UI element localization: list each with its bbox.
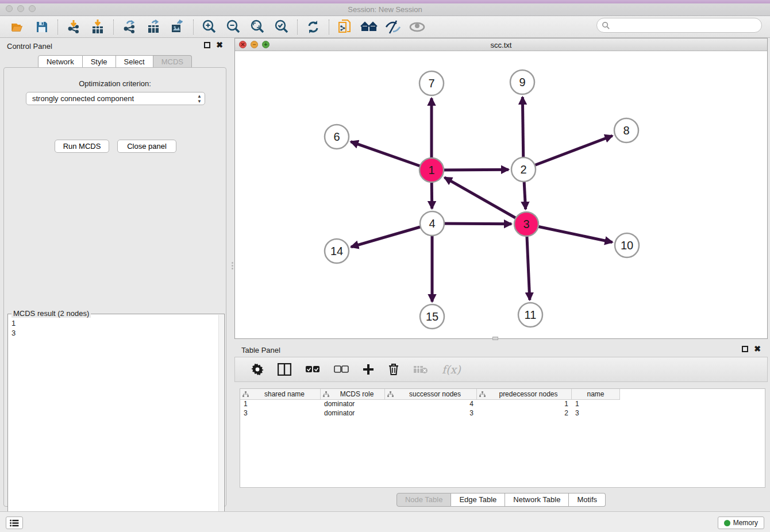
node-15[interactable]: 15 [420, 304, 444, 329]
optimization-criterion-label: Optimization criterion: [4, 79, 226, 88]
table-panel-title: Table Panel [241, 346, 280, 354]
table-row[interactable]: 1dominator411 [240, 400, 765, 409]
table-cell: 3 [240, 409, 321, 418]
import-network-file-icon[interactable] [65, 18, 82, 36]
table-cell: dominator [321, 409, 385, 418]
zoom-out-icon[interactable] [225, 18, 242, 36]
refresh-icon[interactable] [305, 18, 322, 36]
edge-3-10[interactable] [526, 224, 613, 242]
split-view-icon[interactable] [278, 363, 291, 376]
mcds-result-title: MCDS result (2 nodes) [11, 309, 91, 318]
table-cell: 1 [240, 400, 321, 409]
search-input[interactable] [610, 21, 761, 30]
memory-button[interactable]: Memory [718, 516, 764, 529]
node-1[interactable]: 1 [419, 158, 444, 182]
import-table-file-icon[interactable] [89, 18, 106, 36]
node-3[interactable]: 3 [514, 212, 538, 236]
window-title: Session: New Session [0, 5, 770, 14]
column-header-shared-name[interactable]: shared name [240, 389, 321, 400]
table-cell: 4 [385, 400, 477, 409]
node-table-header: shared nameMCDS rolesuccessor nodesprede… [240, 389, 765, 400]
node-14[interactable]: 14 [325, 239, 349, 263]
result-line: 1 [11, 318, 221, 328]
tab-edge-table[interactable]: Edge Table [451, 493, 505, 507]
add-row-icon[interactable] [363, 364, 374, 375]
delete-rows-icon[interactable] [388, 363, 399, 376]
svg-text:15: 15 [426, 310, 438, 323]
column-header-predecessor-nodes[interactable]: predecessor nodes [477, 389, 572, 400]
save-session-icon[interactable] [33, 18, 51, 36]
show-eye-icon [409, 18, 426, 36]
vertical-splitter[interactable] [230, 260, 234, 271]
node-7[interactable]: 7 [419, 71, 444, 95]
home-icon[interactable] [360, 18, 378, 36]
toolbar-separator [113, 20, 114, 34]
node-4[interactable]: 4 [420, 211, 444, 236]
zoom-selected-icon[interactable] [273, 18, 290, 36]
tab-motifs[interactable]: Motifs [569, 493, 606, 507]
edge-1-6[interactable] [351, 142, 432, 170]
float-table-panel-icon[interactable] [742, 346, 748, 352]
deselect-all-icon[interactable] [334, 365, 349, 373]
node-2[interactable]: 2 [511, 157, 536, 182]
svg-text:8: 8 [623, 124, 629, 137]
close-panel-button[interactable]: Close panel [117, 140, 176, 153]
network-canvas[interactable]: 7968124314101511 [235, 51, 767, 338]
node-table[interactable]: shared nameMCDS rolesuccessor nodesprede… [240, 388, 765, 488]
control-panel: Control Panel ✖ NetworkStyleSelectMCDS O… [0, 38, 230, 511]
select-all-icon[interactable] [305, 365, 320, 373]
hide-eye-icon[interactable] [384, 18, 402, 36]
network-window-titlebar[interactable]: ✕ – + scc.txt [235, 38, 767, 51]
open-file-icon[interactable] [9, 18, 26, 36]
mcds-result-box: MCDS result (2 nodes) 13 [7, 314, 225, 530]
close-table-panel-icon[interactable]: ✖ [754, 346, 761, 352]
svg-text:2: 2 [520, 163, 526, 176]
table-cell: 2 [477, 409, 572, 418]
titlebar-accent-strip [0, 0, 770, 3]
control-panel-title: Control Panel [7, 42, 52, 51]
column-header-MCDS-role[interactable]: MCDS role [321, 389, 385, 400]
export-image-icon[interactable] [169, 18, 186, 36]
table-row[interactable]: 3dominator323 [240, 409, 765, 418]
node-10[interactable]: 10 [615, 233, 639, 257]
mcds-tab-pane: Optimization criterion: strongly connect… [3, 67, 226, 507]
horizontal-splitter[interactable] [492, 337, 498, 340]
float-panel-icon[interactable] [204, 42, 210, 48]
task-history-button[interactable] [6, 516, 23, 529]
dropdown-stepper-icon: ▲▼ [197, 94, 202, 104]
table-cell: 1 [477, 400, 572, 409]
clone-network-icon[interactable] [336, 18, 353, 36]
run-mcds-button[interactable]: Run MCDS [55, 140, 109, 153]
svg-text:3: 3 [523, 218, 529, 230]
column-header-name[interactable]: name [572, 389, 620, 400]
table-cell: 3 [572, 409, 620, 418]
criterion-dropdown[interactable]: strongly connected component ▲▼ [26, 92, 205, 105]
export-network-icon[interactable] [121, 18, 138, 36]
node-table-body: 1dominator4113dominator323 [240, 400, 765, 418]
node-8[interactable]: 8 [614, 118, 638, 142]
edge-2-8[interactable] [523, 136, 613, 169]
column-header-successor-nodes[interactable]: successor nodes [385, 389, 477, 400]
search-box[interactable] [596, 18, 762, 33]
svg-text:4: 4 [429, 217, 435, 230]
toolbar-separator [193, 20, 194, 34]
tab-network-table[interactable]: Network Table [505, 493, 569, 507]
window-titlebar: Session: New Session [0, 0, 770, 16]
delete-table-icon [413, 364, 428, 375]
network-window-title: scc.txt [235, 41, 767, 49]
zoom-fit-icon[interactable] [249, 18, 266, 36]
edge-3-1[interactable] [445, 178, 526, 224]
svg-text:1: 1 [428, 164, 434, 176]
mcds-result-lines: 13 [8, 314, 224, 342]
toolbar-separator [57, 20, 58, 34]
svg-text:14: 14 [330, 245, 343, 257]
close-panel-icon[interactable]: ✖ [216, 42, 223, 48]
node-11[interactable]: 11 [518, 303, 542, 327]
node-6[interactable]: 6 [325, 125, 349, 149]
settings-gear-icon[interactable] [251, 363, 264, 376]
tab-node-table[interactable]: Node Table [396, 493, 452, 507]
result-scrollbar[interactable] [218, 315, 224, 529]
node-9[interactable]: 9 [510, 70, 534, 94]
export-table-icon[interactable] [145, 18, 162, 36]
zoom-in-icon[interactable] [201, 18, 218, 36]
